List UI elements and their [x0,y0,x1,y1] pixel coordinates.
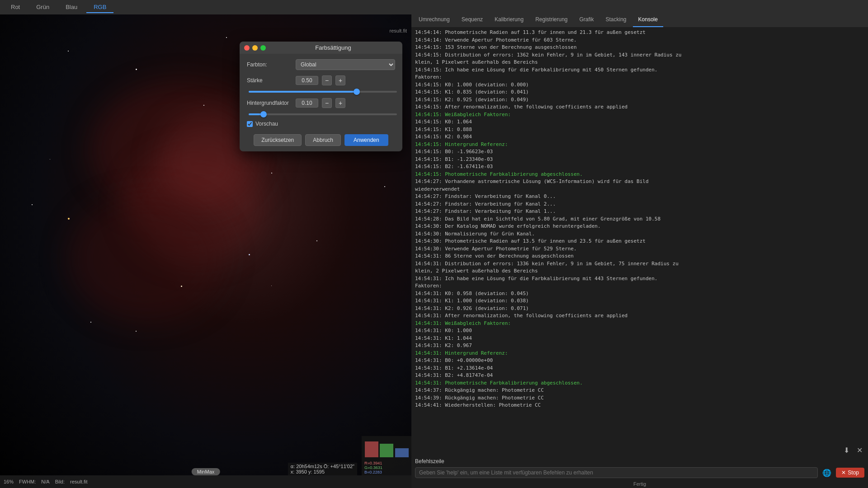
minmax-button[interactable]: MinMax [192,468,220,475]
dialog-close-btn[interactable] [244,45,250,51]
histo-g-val: G=0.3631 [363,465,410,470]
abbruch-button[interactable]: Abbruch [305,134,341,146]
console-line: 14:54:14: Verwende Apertur Photometrie f… [415,37,864,44]
dialog-buttons: Zurücksetzen Abbruch Anwenden [247,134,395,146]
console-line: 14:54:15: K2: 0.984 [415,133,864,141]
staerke-minus-btn[interactable]: − [322,75,332,85]
console-line: 14:54:15: Hintergrund Referenz: [415,141,864,149]
console-line: 14:54:15: After renormalization, the fol… [415,103,864,111]
console-line: 14:54:31: After renormalization, the fol… [415,312,864,320]
hintergrund-plus-btn[interactable]: + [335,98,345,108]
vorschau-checkbox[interactable] [247,121,253,127]
console-line: 14:54:31: Weißabgleich Faktoren: [415,320,864,328]
zuruecksetzen-button[interactable]: Zurücksetzen [254,134,302,146]
command-input[interactable] [415,467,818,478]
tab-registrierung[interactable]: Registrierung [530,14,573,27]
dialog-title: Farbsättigung [269,44,398,51]
download-icon-btn[interactable]: ⬇ [842,445,851,455]
console-line: Faktoren: [415,74,864,81]
hintergrund-input[interactable] [296,99,318,108]
console-line: 14:54:31: K0: 1.000 [415,327,864,335]
vorschau-label: Vorschau [255,121,278,127]
right-tab-bar: Umrechnung Sequenz Kalibrierung Registri… [411,14,868,27]
console-line: wiederverwendet [415,186,864,193]
hintergrund-slider-thumb[interactable] [260,111,267,117]
tab-rgb[interactable]: RGB [86,2,113,13]
nebula-region-3 [158,114,249,204]
coordinates-overlay: α: 20h54m12s Ö: +45°11'02" x: 3950 y: 15… [288,463,357,475]
staerke-slider-fill [249,91,357,93]
console-line: 14:54:31: 86 Sterne von der Berechnung a… [415,253,864,260]
tab-stacking[interactable]: Stacking [600,14,632,27]
console-line: 14:54:14: Photometrische Radien auf 11.3… [415,29,864,37]
staerke-plus-btn[interactable]: + [335,75,345,85]
console-line: 14:54:15: Distribution of errors: 1362 k… [415,52,864,59]
dialog-minimize-btn[interactable] [252,45,258,51]
bild-value: result.fit [70,479,88,484]
stop-x-icon: ✕ [841,469,846,476]
farbsaettigung-dialog: Farbsättigung Farbton: Global Rot Grün B… [240,42,402,151]
bild-label: Bild: [55,479,65,484]
tab-umrechnung[interactable]: Umrechnung [413,14,455,27]
console-line: 14:54:31: K1: 1.044 [415,335,864,343]
stop-label: Stop [848,469,859,476]
fertig-bar: Fertig [411,480,868,488]
tab-grafik[interactable]: Grafik [574,14,599,27]
console-output[interactable]: 14:54:14: Photometrische Radien auf 11.3… [411,27,868,443]
console-line: 14:54:31: K2: 0.967 [415,342,864,350]
console-line: 14:54:31: B1: +2.13614e-04 [415,365,864,372]
console-icons-row: ⬇ ✕ [411,443,868,457]
tab-gruen[interactable]: Grün [29,2,57,13]
histogram-chart [363,437,411,460]
histogram-mini: R=0.3941 G=0.3631 B=0.2283 [362,436,411,475]
stop-button[interactable]: ✕ Stop [836,468,864,478]
dialog-maximize-btn[interactable] [260,45,266,51]
console-line: 14:54:27: Vorhandene astrometrische Lösu… [415,178,864,186]
farbton-label: Farbton: [247,61,292,68]
console-line: 14:54:31: B0: +0.00000e+00 [415,357,864,365]
hintergrund-label: Hintergrundfaktor [247,100,292,106]
histogram-g-bar [380,444,393,457]
histo-b-val: B=0.2283 [363,470,410,474]
tab-rot[interactable]: Rot [4,2,27,13]
console-line: 14:54:27: Findstar: Verarbeitung für Kan… [415,193,864,201]
console-line: 14:54:28: Das Bild hat ein Sichtfeld von… [415,216,864,223]
hintergrund-slider-container [247,113,395,121]
coord-ra-dec: α: 20h54m12s Ö: +45°11'02" [291,464,354,469]
hintergrund-slider-track[interactable] [249,113,397,115]
console-line: 14:54:15: Ich habe eine Lösung für die F… [415,66,864,74]
farbton-row: Farbton: Global Rot Grün Blau [247,59,395,70]
anwenden-button[interactable]: Anwenden [344,134,388,146]
top-tab-bar: Rot Grün Blau RGB [0,0,868,14]
console-line: 14:54:41: Wiederherstellen: Photometrie … [415,402,864,409]
command-bar: 🌐 ✕ Stop [411,465,868,480]
histogram-b-bar [395,448,409,457]
hintergrund-minus-btn[interactable]: − [322,98,332,108]
histogram-r-bar [365,441,378,457]
staerke-slider-track[interactable] [249,91,397,93]
staerke-slider-thumb[interactable] [354,89,360,95]
console-line: 14:54:15: K0: 1.000 (deviation: 0.000) [415,81,864,89]
coord-xy: x: 3950 y: 1595 [291,469,354,474]
console-line: 14:54:30: Normalisierung für Grün Kanal. [415,230,864,238]
command-emoji-btn[interactable]: 🌐 [821,468,833,478]
image-panel: result.fit Farbsättigung Farbton: Global… [0,14,411,488]
tab-sequenz[interactable]: Sequenz [456,14,488,27]
tab-konsole[interactable]: Konsole [633,14,663,27]
console-line: 14:54:31: Distribution of errors: 1336 k… [415,260,864,268]
console-line: 14:54:27: Findstar: Verarbeitung für Kan… [415,208,864,216]
console-line: 14:54:31: Ich habe eine Lösung für die F… [415,275,864,283]
clear-icon-btn[interactable]: ✕ [855,445,864,455]
main-area: result.fit Farbsättigung Farbton: Global… [0,14,868,488]
histo-r-val: R=0.3941 [363,461,410,465]
console-line: klein, 2 Pixelwert außerhalb des Bereich… [415,267,864,275]
tab-blau[interactable]: Blau [58,2,85,13]
dialog-titlebar: Farbsättigung [240,42,402,54]
staerke-input[interactable]: 0.50 [296,76,318,85]
farbton-select[interactable]: Global Rot Grün Blau [296,59,395,70]
tab-kalibrierung[interactable]: Kalibrierung [489,14,529,27]
result-label: result.fit [389,28,407,33]
console-line: 14:54:30: Verwende Apertur Photometrie f… [415,245,864,253]
console-line: 14:54:15: Weißabgleich Faktoren: [415,111,864,119]
console-line: 14:54:27: Findstar: Verarbeitung für Kan… [415,201,864,208]
